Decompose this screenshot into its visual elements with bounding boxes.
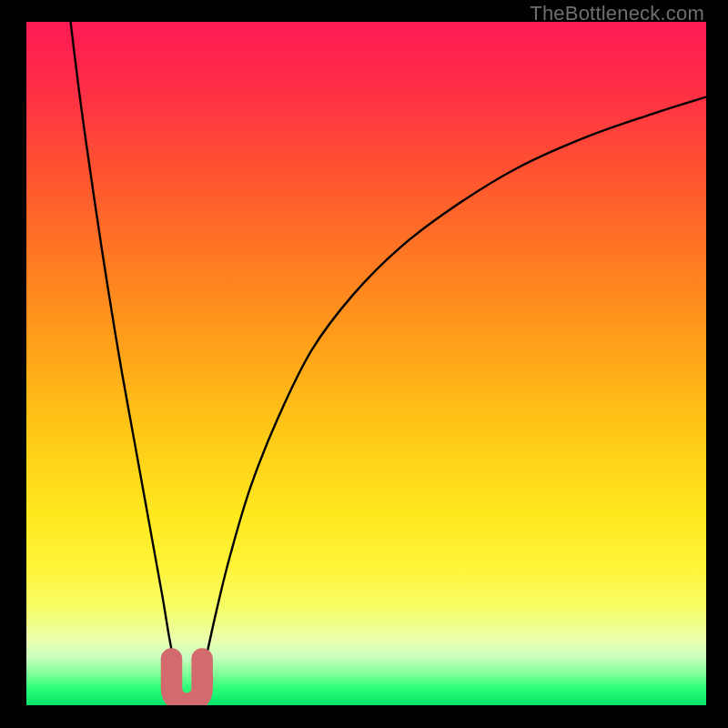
plot-area [26, 22, 706, 705]
side-dot-marker [198, 671, 213, 685]
gradient-background [26, 22, 706, 705]
marker-group [171, 659, 213, 703]
chart-svg [26, 22, 706, 705]
watermark-text: TheBottleneck.com [530, 2, 704, 25]
outer-frame: TheBottleneck.com [0, 0, 728, 728]
